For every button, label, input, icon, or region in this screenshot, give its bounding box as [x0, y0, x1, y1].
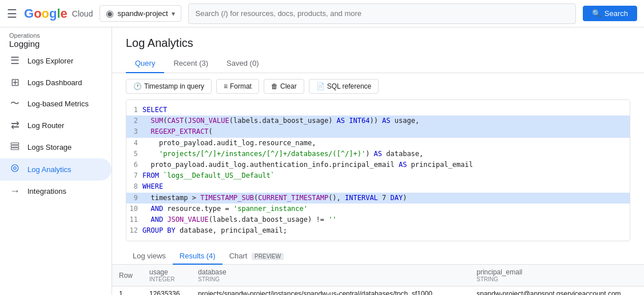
search-bar[interactable] [188, 3, 576, 24]
sql-line-11: 11 AND JSON_VALUE(labels.data_boost_usag… [126, 214, 630, 225]
cell-email: spandw-project@appspot.gserviceaccount.c… [470, 286, 644, 295]
sidebar-item-label: Log Router [27, 121, 64, 130]
svg-point-4 [14, 167, 17, 170]
cell-usage: 12635336 [142, 286, 191, 295]
sidebar: Operations Logging ☰ Logs Explorer ⊞ Log… [0, 27, 112, 295]
dashboard-icon: ⊞ [9, 76, 21, 89]
svg-point-3 [11, 165, 18, 172]
col-header-row: Row [112, 265, 142, 286]
sql-line-7: 7 FROM `logs__Default_US__Default` [126, 170, 630, 181]
sql-line-3: 3 REGEXP_EXTRACT( [126, 126, 630, 137]
sidebar-item-log-router[interactable]: ⇄ Log Router [0, 114, 112, 136]
clear-button[interactable]: 🗑 Clear [264, 79, 304, 94]
format-button[interactable]: ≡ Format [216, 79, 259, 94]
tab-results[interactable]: Results (4) [173, 248, 222, 265]
tab-saved[interactable]: Saved (0) [217, 54, 268, 73]
sql-line-10: 10 AND resource.type = 'spanner_instance… [126, 204, 630, 214]
sql-line-4: 4 proto_payload.audit_log.resource_name, [126, 138, 630, 149]
sql-line-2: 2 SUM(CAST(JSON_VALUE(labels.data_boost_… [126, 115, 630, 126]
results-table-container: Row usage INTEGER database STRING princi… [112, 265, 644, 295]
topbar: ☰ Google Cloud ◉ spandw-project ▾ 🔍 Sear… [0, 0, 644, 27]
svg-rect-0 [11, 143, 19, 145]
main-layout: Operations Logging ☰ Logs Explorer ⊞ Log… [0, 27, 644, 295]
search-input[interactable] [196, 9, 569, 18]
cell-row: 1 [112, 286, 142, 295]
format-icon: ≡ [224, 82, 228, 90]
sql-line-1: 1 SELECT [126, 105, 630, 115]
analytics-icon [9, 163, 21, 176]
sidebar-service-ops: Operations [9, 32, 102, 39]
table-row: 1 12635336 projects/spandw-project/insta… [112, 286, 644, 295]
sidebar-item-logs-storage[interactable]: Logs Storage [0, 136, 112, 158]
sidebar-item-label: Logs Explorer [27, 57, 73, 65]
doc-icon: 📄 [316, 82, 325, 90]
project-name: spandw-project [117, 9, 168, 18]
sidebar-item-integrations[interactable]: → Integrations [0, 181, 112, 202]
sidebar-item-log-based-metrics[interactable]: 〜 Log-based Metrics [0, 93, 112, 114]
table-header-row: Row usage INTEGER database STRING princi… [112, 265, 644, 286]
project-selector[interactable]: ◉ spandw-project ▾ [100, 5, 181, 22]
menu-icon[interactable]: ☰ [7, 7, 17, 21]
sql-toolbar: 🕐 Timestamp in query ≡ Format 🗑 Clear 📄 … [112, 73, 644, 99]
svg-rect-1 [11, 145, 19, 147]
clock-icon: 🕐 [133, 82, 142, 90]
col-header-database: database STRING [191, 265, 470, 286]
results-tabs: Log views Results (4) Chart PREVIEW [112, 241, 644, 265]
timestamp-button[interactable]: 🕐 Timestamp in query [126, 79, 212, 94]
sql-line-8: 8 WHERE [126, 181, 630, 192]
sql-line-5: 5 'projects/[^/]+/instances/[^/]+/databa… [126, 149, 630, 160]
preview-badge: PREVIEW [252, 253, 284, 260]
col-header-usage: usage INTEGER [142, 265, 191, 286]
router-icon: ⇄ [9, 119, 21, 131]
col-header-email: principal_email STRING [470, 265, 644, 286]
google-cloud-logo: Google Cloud [24, 6, 93, 21]
integrations-icon: → [9, 185, 21, 197]
list-icon: ☰ [9, 54, 21, 67]
sidebar-item-label: Logs Storage [27, 143, 71, 152]
sidebar-item-logs-explorer[interactable]: ☰ Logs Explorer [0, 50, 112, 71]
sidebar-item-label: Logs Dashboard [27, 78, 82, 87]
sidebar-item-log-analytics[interactable]: Log Analytics [0, 158, 112, 181]
sidebar-item-label: Log-based Metrics [27, 99, 89, 108]
tab-chart[interactable]: Chart PREVIEW [222, 248, 291, 265]
sidebar-service: Operations Logging [0, 27, 112, 50]
query-tabs: Query Recent (3) Saved (0) [112, 54, 644, 73]
tab-log-views[interactable]: Log views [126, 248, 173, 265]
storage-icon [9, 141, 21, 154]
results-table: Row usage INTEGER database STRING princi… [112, 265, 644, 295]
sql-reference-button[interactable]: 📄 SQL reference [309, 79, 379, 94]
tab-recent[interactable]: Recent (3) [164, 54, 217, 73]
sql-line-12: 12 GROUP BY database, principal_email; [126, 225, 630, 236]
sql-line-9: 9 timestamp > TIMESTAMP_SUB(CURRENT_TIME… [126, 193, 630, 204]
sql-editor[interactable]: 1 SELECT 2 SUM(CAST(JSON_VALUE(labels.da… [126, 99, 630, 241]
svg-rect-2 [11, 148, 19, 150]
cell-database: projects/spandw-project/instances/spandw… [191, 286, 470, 295]
sidebar-item-logs-dashboard[interactable]: ⊞ Logs Dashboard [0, 71, 112, 93]
sidebar-item-label: Log Analytics [27, 165, 71, 174]
cloud-label: Cloud [72, 9, 93, 18]
search-button[interactable]: 🔍 Search [583, 6, 637, 21]
search-icon: 🔍 [592, 9, 601, 18]
content-area: Log Analytics Query Recent (3) Saved (0)… [112, 27, 644, 295]
metrics-icon: 〜 [9, 98, 21, 110]
sidebar-service-name: Logging [9, 39, 102, 49]
page-title: Log Analytics [112, 27, 644, 54]
chevron-down-icon: ▾ [172, 10, 175, 18]
sql-line-6: 6 proto_payload.audit_log.authentication… [126, 160, 630, 170]
clear-icon: 🗑 [271, 82, 278, 90]
project-icon: ◉ [106, 8, 114, 19]
tab-query[interactable]: Query [126, 54, 164, 73]
sidebar-item-label: Integrations [27, 187, 66, 196]
